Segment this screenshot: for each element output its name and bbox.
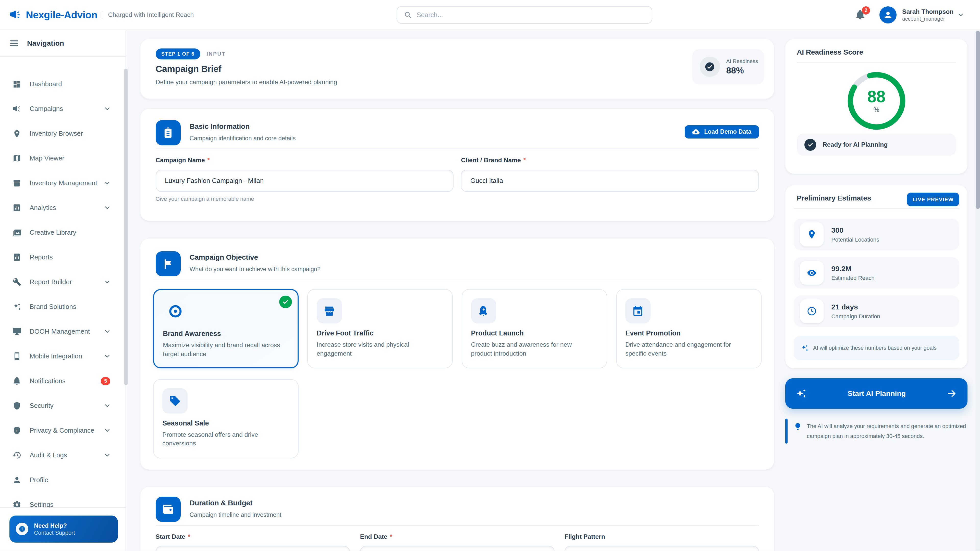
basic-info-title: Basic Information [189,122,296,130]
report-icon [13,253,21,262]
objective-option-brand-awareness[interactable]: Brand AwarenessMaximize visibility and b… [153,289,299,368]
sidebar-item-campaigns[interactable]: Campaigns [0,97,126,121]
sidebar-item-inventory-browser[interactable]: Inventory Browser [0,121,126,146]
sidebar-item-profile[interactable]: Profile [0,468,126,492]
logo-divider [102,11,102,19]
sidebar-item-map-viewer[interactable]: Map Viewer [0,146,126,171]
ai-optimize-note-text: AI will optimize these numbers based on … [813,345,937,351]
sidebar-item-notifications[interactable]: Notifications5 [0,368,126,393]
help-title: Need Help? [34,522,75,530]
sidebar-item-analytics[interactable]: Analytics [0,195,126,220]
objective-option-drive-foot-traffic[interactable]: Drive Foot TrafficIncrease store visits … [307,289,453,368]
image-icon [13,228,21,237]
user-info[interactable]: Sarah Thompson account_manager [902,8,953,22]
required-asterisk: * [188,533,190,540]
avatar[interactable] [880,6,897,24]
map-pin-icon [800,222,824,246]
user-role: account_manager [902,16,953,22]
basic-info-subtitle: Campaign identification and core details [189,135,296,142]
hamburger-menu-icon[interactable] [10,38,19,48]
load-demo-data-button[interactable]: Load Demo Data [685,125,759,138]
sidebar-item-reports[interactable]: Reports [0,245,126,270]
lightbulb-icon [794,422,802,430]
main-scrollbar-thumb[interactable] [976,31,980,209]
client-name-input[interactable] [461,170,759,192]
objective-option-seasonal-sale[interactable]: Seasonal SalePromote seasonal offers and… [153,379,299,458]
sidebar-item-mobile-integration[interactable]: Mobile Integration [0,344,126,368]
shield-info-icon [13,426,21,435]
sidebar-item-security[interactable]: Security [0,393,126,418]
sidebar-item-report-builder[interactable]: Report Builder [0,270,126,294]
wallet-icon [156,497,181,522]
step-chip: STEP 1 OF 6 [156,48,200,59]
sidebar-title: Navigation [27,39,64,48]
check-circle-icon [804,139,816,151]
campaign-name-input[interactable] [156,170,453,192]
start-date-input[interactable] [156,546,350,551]
phase-label: INPUT [207,51,226,57]
basic-information-card: Basic Information Campaign identificatio… [140,109,774,221]
sidebar-item-audit-logs[interactable]: Audit & Logs [0,443,126,468]
eye-icon [800,261,824,285]
notifications-count-badge: 5 [101,377,110,385]
sidebar-scrollbar-thumb[interactable] [124,68,127,385]
top-bar: Nexgile-Advion Charged with Intelligent … [0,0,980,30]
help-card[interactable]: Need Help? Contact Support [10,516,118,543]
duration-budget-card: Duration & Budget Campaign timeline and … [140,487,774,551]
objective-title: Campaign Objective [189,253,321,262]
objective-option-product-launch[interactable]: Product LaunchCreate buzz and awareness … [462,289,607,368]
history-icon [13,451,21,460]
end-date-input[interactable] [360,546,555,551]
map-pin-icon [13,129,21,138]
store-icon [317,298,342,324]
search-box[interactable] [396,6,652,24]
mini-readiness-label: AI Readiness [726,58,758,64]
flight-pattern-input[interactable] [565,546,759,551]
chevron-down-icon [104,180,110,186]
page-title: Campaign Brief [156,64,764,74]
sidebar-item-dashboard[interactable]: Dashboard [0,72,126,97]
search-icon [404,11,412,19]
brand-name: Nexgile-Advion [26,9,97,21]
cloud-download-icon [692,128,700,136]
chevron-down-icon [104,106,110,112]
start-ai-planning-button[interactable]: Start AI Planning [785,378,967,408]
chevron-down-icon [104,427,110,433]
objective-subtitle: What do you want to achieve with this ca… [189,266,321,273]
ai-readiness-score-card: AI Readiness Score 88 % Ready for AI Pla… [785,39,967,174]
bullseye-icon [163,299,188,324]
bell-count-badge: 2 [862,6,870,14]
sidebar-item-brand-solutions[interactable]: Brand Solutions [0,294,126,319]
objective-option-event-promotion[interactable]: Event PromotionDrive attendance and enga… [616,289,762,368]
selected-check-icon [279,295,292,308]
sidebar-item-inventory-management[interactable]: Inventory Management [0,171,126,195]
sidebar-item-creative-library[interactable]: Creative Library [0,220,126,245]
main-content: STEP 1 OF 6 INPUT Campaign Brief Define … [126,30,976,551]
sparkles-icon [796,388,807,399]
end-date-label: End Date* [360,533,555,540]
sidebar-item-privacy-compliance[interactable]: Privacy & Compliance [0,418,126,443]
search-input[interactable] [417,11,645,19]
logo[interactable]: Nexgile-Advion Charged with Intelligent … [0,9,194,21]
chevron-down-icon[interactable] [957,11,964,18]
readiness-status-text: Ready for AI Planning [822,141,888,148]
page-header-card: STEP 1 OF 6 INPUT Campaign Brief Define … [140,39,774,99]
megaphone-icon [13,105,21,114]
ai-info-note: The AI will analyze your requirements an… [785,418,967,445]
client-name-label: Client / Brand Name* [461,157,759,164]
sidebar-item-dooh-management[interactable]: DOOH Management [0,319,126,344]
notifications-bell[interactable]: 2 [855,10,865,20]
live-preview-badge: LIVE PREVIEW [907,192,959,206]
chevron-down-icon [104,403,110,409]
clipboard-icon [156,120,181,145]
main-scrollbar-track[interactable] [976,30,980,551]
arrow-right-icon [947,389,956,399]
mini-readiness-value: 88% [726,65,758,76]
user-icon [13,475,21,484]
user-name: Sarah Thompson [902,8,953,16]
estimate-row-campaign-duration: 21 daysCampaign Duration [794,295,959,327]
campaign-name-label: Campaign Name* [156,157,453,164]
required-asterisk: * [390,533,393,540]
sparkles-icon [13,302,21,311]
analytics-icon [13,203,21,212]
